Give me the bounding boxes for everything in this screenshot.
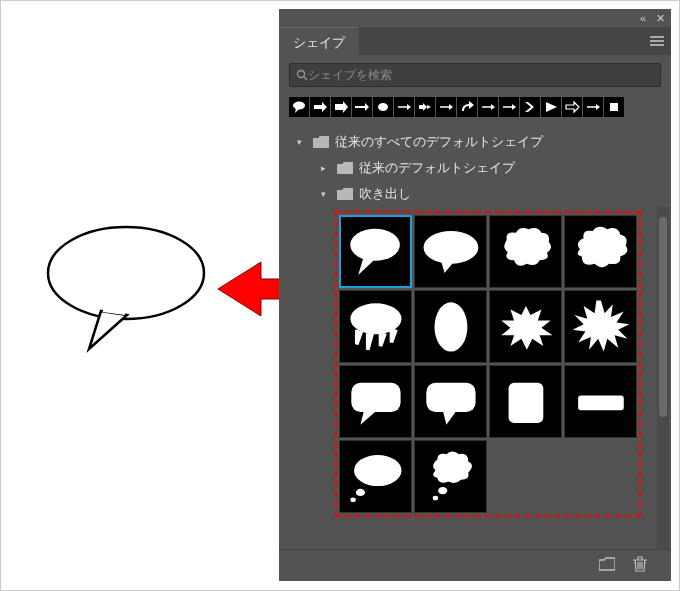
shapes-grid	[339, 215, 637, 513]
folder-icon	[337, 188, 353, 200]
folder-icon	[337, 162, 353, 174]
shape-burst-wide[interactable]	[489, 290, 562, 363]
svg-point-15	[423, 230, 478, 263]
tree-folder-legacy-all[interactable]: ▾ 従来のすべてのデフォルトシェイプ	[285, 129, 665, 155]
panel-menu-icon[interactable]	[643, 27, 671, 55]
search-icon	[296, 69, 308, 81]
svg-point-23	[355, 488, 364, 495]
svg-rect-13	[610, 103, 618, 111]
shape-tree: ▾ 従来のすべてのデフォルトシェイプ ▸ 従来のデフォルトシェイプ ▾ 吹き出し	[279, 125, 671, 207]
tree-folder-speech-bubbles[interactable]: ▾ 吹き出し	[285, 181, 665, 207]
svg-point-6	[293, 102, 305, 110]
shapes-panel: « ✕ シェイプ ▾ 従来のすべてのデフォ	[279, 9, 671, 581]
tree-label: 吹き出し	[359, 185, 411, 203]
arrow-line-icon[interactable]	[436, 97, 456, 117]
square-icon[interactable]	[604, 97, 624, 117]
svg-point-4	[298, 71, 305, 78]
arrow-block-icon[interactable]	[310, 97, 330, 117]
circle-icon[interactable]	[373, 97, 393, 117]
arrow-line-icon[interactable]	[499, 97, 519, 117]
scrollbar-thumb[interactable]	[659, 217, 667, 417]
arrow-solid-icon[interactable]	[331, 97, 351, 117]
svg-point-7	[378, 103, 388, 111]
shape-speech-drip[interactable]	[339, 290, 412, 363]
collapse-icon[interactable]: «	[640, 12, 646, 24]
svg-point-25	[438, 487, 447, 494]
new-folder-icon[interactable]	[599, 557, 615, 574]
preview-speech-bubble	[41, 223, 211, 353]
close-icon[interactable]: ✕	[656, 12, 665, 25]
shape-thought-cloud-2[interactable]	[564, 215, 637, 288]
tree-label: 従来のすべてのデフォルトシェイプ	[335, 133, 543, 151]
svg-point-26	[432, 495, 437, 500]
triangle-icon[interactable]	[541, 97, 561, 117]
shape-rounded-rect-tail-2[interactable]	[414, 365, 487, 438]
search-input[interactable]	[308, 68, 654, 82]
tree-folder-legacy-default[interactable]: ▸ 従来のデフォルトシェイプ	[285, 155, 665, 181]
arrow-outline-icon[interactable]	[562, 97, 582, 117]
chevron-icon[interactable]	[520, 97, 540, 117]
trash-icon[interactable]	[633, 556, 647, 575]
tree-label: 従来のデフォルトシェイプ	[359, 159, 515, 177]
panel-footer	[279, 549, 671, 581]
svg-rect-18	[351, 382, 400, 411]
search-box[interactable]	[289, 63, 661, 87]
shape-oval-vertical[interactable]	[414, 290, 487, 363]
svg-point-22	[354, 455, 401, 486]
empty-cell	[489, 440, 562, 513]
empty-cell	[564, 440, 637, 513]
recent-shapes-bar	[279, 93, 671, 125]
arrow-right-icon[interactable]	[352, 97, 372, 117]
panel-tabs: シェイプ	[279, 27, 671, 55]
panel-header: « ✕	[279, 9, 671, 27]
chevron-down-icon: ▾	[321, 189, 331, 199]
chevron-right-icon: ▸	[321, 163, 331, 173]
svg-point-17	[434, 302, 467, 351]
arrow-double-icon[interactable]	[415, 97, 435, 117]
arrow-line-icon[interactable]	[394, 97, 414, 117]
arrow-line-icon[interactable]	[583, 97, 603, 117]
chevron-down-icon: ▾	[297, 137, 307, 147]
shape-rounded-rect[interactable]	[489, 365, 562, 438]
shape-rounded-rect-tail[interactable]	[339, 365, 412, 438]
arrow-turn-icon[interactable]	[457, 97, 477, 117]
folder-icon	[313, 136, 329, 148]
shape-thought-cloud-1[interactable]	[489, 215, 562, 288]
shape-bar-horizontal[interactable]	[564, 365, 637, 438]
svg-point-0	[48, 227, 204, 319]
svg-line-5	[304, 77, 307, 80]
arrow-line-icon[interactable]	[478, 97, 498, 117]
svg-rect-20	[508, 382, 543, 422]
svg-point-16	[350, 303, 401, 334]
svg-point-14	[351, 229, 401, 261]
tab-shapes[interactable]: シェイプ	[279, 27, 359, 55]
svg-rect-19	[426, 382, 475, 411]
search-row	[279, 55, 671, 93]
shapes-scroll-area	[279, 207, 671, 549]
shape-oval-small-tail[interactable]	[339, 440, 412, 513]
svg-rect-21	[578, 395, 624, 410]
shape-thought-bubble-trail[interactable]	[414, 440, 487, 513]
shape-speech-bubble-oval-tail[interactable]	[339, 215, 412, 288]
speech-bubble-icon[interactable]	[289, 97, 309, 117]
vertical-scrollbar[interactable]	[657, 207, 669, 549]
shape-speech-bubble-oval[interactable]	[414, 215, 487, 288]
shapes-grid-highlight	[335, 211, 641, 517]
shape-burst-spiky[interactable]	[564, 290, 637, 363]
svg-point-24	[350, 497, 355, 502]
